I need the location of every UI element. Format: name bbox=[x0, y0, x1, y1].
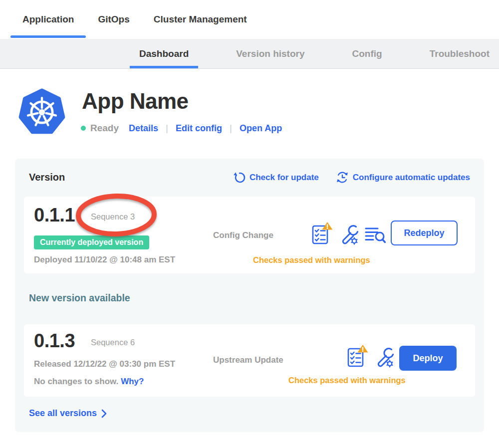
subnav-label: Troubleshoot bbox=[430, 48, 490, 59]
divider: | bbox=[166, 123, 168, 134]
redeploy-button[interactable]: Redeploy bbox=[391, 221, 458, 245]
active-tab-underline bbox=[130, 66, 198, 68]
version-panel-header: Version Check for update Configure autom… bbox=[29, 171, 470, 184]
divider: | bbox=[230, 123, 232, 134]
app-status-row: Ready Details | Edit config | Open App bbox=[81, 122, 282, 135]
status-dot-icon bbox=[81, 126, 86, 131]
current-version-sequence: Sequence 3 bbox=[91, 212, 135, 222]
see-all-versions-link[interactable]: See all versions bbox=[29, 408, 107, 419]
current-version-row: 0.1.1 Sequence 3 Currently deployed vers… bbox=[24, 197, 475, 273]
version-status-icons bbox=[312, 222, 386, 245]
chevron-right-icon bbox=[101, 409, 107, 418]
edit-config-wrench-icon[interactable] bbox=[375, 347, 394, 368]
status-badge: Ready bbox=[90, 123, 119, 134]
preflight-status-text: Checks passed with warnings bbox=[288, 376, 406, 385]
topnav-item-application[interactable]: Application bbox=[10, 0, 86, 39]
check-for-update-link[interactable]: Check for update bbox=[233, 171, 319, 184]
subnav-label: Config bbox=[352, 48, 382, 59]
top-nav: Application GitOps Cluster Management bbox=[0, 0, 499, 39]
deploy-button[interactable]: Deploy bbox=[399, 346, 457, 371]
new-version-sequence: Sequence 6 bbox=[91, 338, 135, 347]
released-timestamp: Released 12/12/22 @ 03:30 pm EST bbox=[34, 359, 175, 369]
version-panel: Version Check for update Configure autom… bbox=[15, 159, 484, 432]
version-status-icons bbox=[347, 344, 394, 368]
version-actions: Check for update Configure automatic upd… bbox=[233, 171, 470, 184]
version-source-label: Upstream Update bbox=[213, 355, 283, 365]
current-version-number: 0.1.1 bbox=[34, 205, 75, 226]
new-version-number: 0.1.3 bbox=[34, 330, 75, 352]
new-version-row: 0.1.3 Sequence 6 Released 12/12/22 @ 03:… bbox=[24, 324, 475, 397]
subnav-label: Dashboard bbox=[139, 48, 189, 59]
topnav-item-cluster-management[interactable]: Cluster Management bbox=[142, 0, 259, 39]
preflight-status-text: Checks passed with warnings bbox=[253, 255, 370, 265]
kubernetes-logo-icon bbox=[18, 88, 66, 137]
page-title: App Name bbox=[82, 89, 189, 114]
why-link[interactable]: Why? bbox=[121, 377, 144, 386]
tab-config[interactable]: Config bbox=[343, 39, 392, 68]
diff-summary: No changes to show. Why? bbox=[34, 377, 144, 387]
subnav-label: Version history bbox=[236, 48, 304, 59]
details-link[interactable]: Details bbox=[129, 123, 158, 134]
view-diff-icon[interactable] bbox=[365, 226, 386, 243]
topnav-label: GitOps bbox=[98, 14, 129, 25]
preflight-checks-warning-icon[interactable] bbox=[347, 344, 368, 368]
version-heading: Version bbox=[29, 172, 65, 183]
topnav-label: Cluster Management bbox=[154, 14, 247, 25]
version-source-label: Config Change bbox=[213, 230, 273, 240]
app-sub-nav: Dashboard Version history Config Trouble… bbox=[0, 39, 499, 69]
tab-dashboard[interactable]: Dashboard bbox=[130, 39, 198, 68]
edit-config-link[interactable]: Edit config bbox=[176, 123, 222, 134]
topnav-label: Application bbox=[22, 14, 74, 25]
refresh-icon bbox=[233, 171, 246, 184]
tab-version-history[interactable]: Version history bbox=[227, 39, 314, 68]
edit-config-wrench-icon[interactable] bbox=[339, 224, 358, 245]
deployed-timestamp: Deployed 11/10/22 @ 10:48 am EST bbox=[34, 255, 175, 265]
active-tab-underline bbox=[10, 35, 86, 38]
schedule-update-icon bbox=[336, 171, 349, 184]
tab-troubleshoot[interactable]: Troubleshoot bbox=[420, 39, 499, 68]
configure-automatic-updates-link[interactable]: Configure automatic updates bbox=[336, 171, 470, 184]
currently-deployed-badge: Currently deployed version bbox=[34, 235, 149, 249]
preflight-checks-warning-icon[interactable] bbox=[312, 222, 333, 245]
new-version-heading: New version available bbox=[29, 292, 130, 304]
topnav-item-gitops[interactable]: GitOps bbox=[86, 0, 141, 39]
open-app-link[interactable]: Open App bbox=[240, 123, 282, 134]
